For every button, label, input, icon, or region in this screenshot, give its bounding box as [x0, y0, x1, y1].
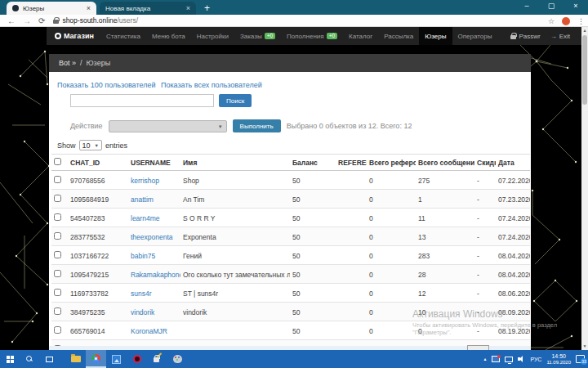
nav-item-статистика[interactable]: Статистика — [100, 27, 146, 45]
new-tab-button[interactable]: + — [204, 2, 210, 15]
maximize-button[interactable]: ▢ — [539, 0, 564, 13]
network-icon[interactable] — [505, 357, 513, 362]
cell-date: 07.24.2020 — [496, 227, 530, 246]
scroll-up-icon[interactable]: ▲ — [581, 27, 588, 34]
chrome-button[interactable] — [86, 350, 106, 368]
col-discount[interactable]: Скидка — [474, 155, 496, 171]
table-row: 384975235vindorikvindorik50010-08.09.202… — [51, 303, 530, 321]
nav-item-passwr[interactable]: Passwr — [510, 33, 540, 40]
action-center-icon[interactable]: 33 — [576, 355, 585, 363]
volume-icon[interactable] — [518, 356, 525, 362]
taskbar-clock[interactable]: 14:50 11.09.2020 — [546, 353, 571, 366]
selection-status: Выбрано 0 объектов из 12. Всего: 12 — [287, 122, 412, 130]
col-date[interactable]: Дата — [496, 155, 530, 171]
col-msgs[interactable]: Всего сообщений — [416, 155, 474, 171]
paint-button[interactable] — [167, 350, 188, 368]
search-input[interactable] — [70, 94, 214, 107]
tab-close-icon[interactable]: × — [87, 4, 91, 12]
password-app-button[interactable] — [147, 350, 167, 368]
bookmark-star-icon[interactable]: ☆ — [548, 17, 555, 25]
col-refs[interactable]: Всего реферов — [367, 155, 416, 171]
username-link[interactable]: vindorik — [131, 308, 154, 316]
col-username[interactable]: USERNAME — [128, 155, 180, 171]
row-checkbox[interactable] — [54, 213, 61, 221]
col-chat-id[interactable]: CHAT_ID — [68, 155, 128, 171]
nav-item-каталог[interactable]: Каталог — [343, 27, 378, 45]
row-checkbox[interactable] — [54, 232, 61, 240]
address-bar[interactable]: shop-south.online/users/ — [53, 16, 138, 25]
notification-badge: 33 — [581, 358, 587, 365]
minimize-button[interactable]: – — [514, 0, 539, 13]
file-explorer-button[interactable] — [65, 350, 86, 368]
row-checkbox[interactable] — [54, 176, 61, 183]
cell-name: An Tim — [180, 190, 290, 209]
username-link[interactable]: babin75 — [131, 252, 155, 260]
browser-tab-inactive[interactable]: Новая вкладка × — [100, 2, 196, 15]
cell-chat-id: 1095684919 — [68, 190, 128, 209]
row-checkbox[interactable] — [54, 307, 61, 315]
start-button[interactable] — [0, 350, 20, 368]
page-scrollbar[interactable]: ▲ ▼ — [581, 27, 588, 350]
reload-icon[interactable]: ⟳ — [38, 16, 45, 25]
cell-msgs: 275 — [416, 171, 474, 190]
close-button[interactable]: × — [564, 0, 588, 13]
photos-app-button[interactable] — [106, 350, 127, 368]
breadcrumb-root[interactable]: Bot » — [59, 59, 76, 67]
page-viewport: Магазин СтатистикаМеню ботаНастройкиЗака… — [0, 27, 588, 350]
browser-tab-active[interactable]: Юзеры × — [7, 2, 96, 15]
browser-menu-icon[interactable]: ⋮ — [577, 17, 585, 25]
url-path: /users/ — [118, 16, 139, 25]
hidden-icons-arrow[interactable]: ▲ — [483, 357, 487, 361]
nav-item-настройки[interactable]: Настройки — [191, 27, 234, 45]
username-link[interactable]: Rakamakaphonee — [131, 271, 180, 279]
username-link[interactable]: suns4r — [131, 289, 152, 298]
language-indicator[interactable]: РУС — [530, 357, 541, 362]
username-link[interactable]: kerrishop — [131, 177, 159, 185]
row-checkbox[interactable] — [54, 251, 61, 258]
tray-app-icon[interactable] — [492, 356, 500, 362]
breadcrumb: Bot » / Юзеры — [49, 54, 531, 72]
select-all-checkbox[interactable] — [54, 158, 61, 165]
nav-item-операторы[interactable]: Операторы — [452, 27, 498, 45]
profile-avatar[interactable] — [562, 17, 570, 25]
scroll-down-icon[interactable]: ▼ — [581, 343, 588, 350]
row-checkbox[interactable] — [54, 326, 61, 334]
row-checkbox[interactable] — [54, 195, 61, 202]
opera-button[interactable] — [127, 350, 147, 368]
username-link[interactable]: learn4me — [131, 214, 159, 222]
brand[interactable]: Магазин — [55, 32, 94, 40]
show-all-users-link[interactable]: Показать всех пользователей — [161, 81, 262, 89]
col-name[interactable]: Имя — [180, 155, 290, 171]
row-checkbox[interactable] — [54, 270, 61, 277]
nav-item-exit[interactable]: → Exit — [550, 33, 570, 40]
nav-item-юзеры[interactable]: Юзеры — [419, 27, 452, 45]
col-referer[interactable]: REFERER — [336, 155, 367, 171]
task-view-button[interactable] — [39, 350, 59, 368]
taskbar-search-button[interactable] — [20, 350, 39, 368]
browser-titlebar: Юзеры × Новая вкладка × + – ▢ × — [0, 0, 588, 15]
nav-item-пополнения[interactable]: Пополнения+0 — [281, 27, 343, 45]
entries-label: entries — [105, 141, 127, 150]
username-link[interactable]: theexponenta — [131, 233, 173, 241]
table-row: 1037166722babin75Гений500283-08.04.2020 — [51, 246, 530, 265]
show-100-users-link[interactable]: Показать 100 пользователей — [57, 81, 155, 89]
tab-close-icon[interactable]: × — [186, 4, 190, 12]
nav-item-рассылка[interactable]: Рассылка — [378, 27, 419, 45]
nav-item-меню-бота[interactable]: Меню бота — [146, 27, 191, 45]
cell-referer — [336, 209, 367, 227]
cell-date: 07.22.2020 — [496, 171, 530, 190]
forward-icon[interactable]: → — [23, 16, 31, 25]
nav-item-заказы[interactable]: Заказы+0 — [234, 27, 281, 45]
execute-button[interactable]: Выполнить — [233, 119, 281, 132]
cell-name: Shop — [180, 171, 290, 190]
back-icon[interactable]: ← — [7, 16, 16, 25]
search-button[interactable]: Поиск — [219, 94, 252, 107]
entries-select[interactable]: 10 ▼ — [79, 140, 102, 150]
clock-date: 11.09.2020 — [546, 360, 571, 366]
row-checkbox[interactable] — [54, 289, 61, 296]
username-link[interactable]: anattim — [131, 195, 154, 204]
action-select[interactable]: ▼ — [109, 120, 227, 132]
username-link[interactable]: KoronaMJR — [131, 327, 167, 335]
col-balance[interactable]: Баланс — [290, 155, 336, 171]
scrollbar-thumb[interactable] — [582, 35, 587, 105]
